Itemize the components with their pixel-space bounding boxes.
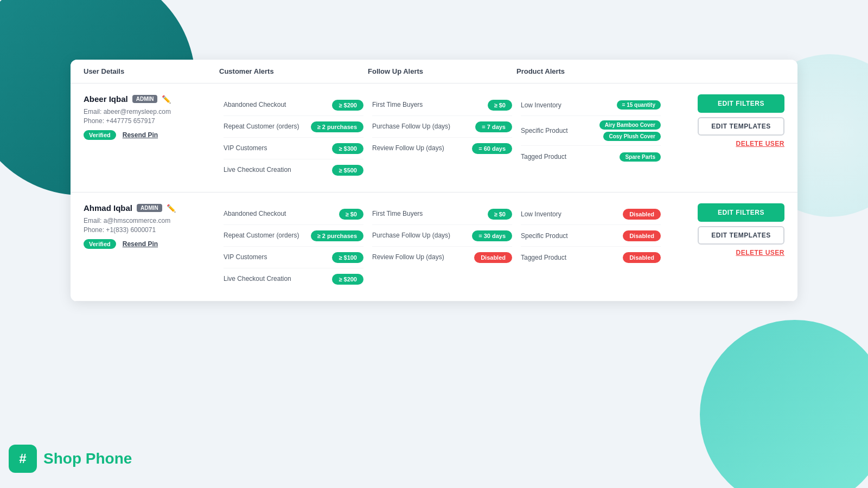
alert-label-abandoned-2: Abandoned Checkout — [224, 210, 339, 219]
product-specific-1: Specific Product Airy Bamboo Cover Cosy … — [521, 116, 661, 146]
alert-label-live-1: Live Checkout Creation — [224, 166, 332, 175]
followup-value-first-2: ≥ $0 — [488, 209, 512, 220]
followup-value-first-1: ≥ $0 — [488, 100, 512, 111]
followup-alerts-2: First Time Buyers ≥ $0 Purchase Follow U… — [368, 203, 516, 268]
edit-user-icon-1[interactable]: ✏️ — [162, 95, 171, 104]
followup-value-purchase-1: = 7 days — [475, 121, 512, 132]
product-alerts-1: Low Inventory = 15 quantity Specific Pro… — [516, 94, 665, 168]
brand-name: Shop Phone — [43, 450, 132, 467]
followup-review-1: Review Follow Up (days) = 60 days — [372, 138, 512, 159]
product-pill-bamboo-1: Airy Bamboo Cover — [599, 120, 661, 130]
alert-abandoned-checkout-2: Abandoned Checkout ≥ $0 — [224, 203, 363, 225]
user-email-2: Email: a@hmscommerce.com — [84, 217, 210, 224]
alert-abandoned-checkout-1: Abandoned Checkout ≥ $200 — [224, 94, 363, 116]
alert-label-vip-2: VIP Customers — [224, 253, 332, 262]
followup-value-review-1: = 60 days — [472, 143, 512, 154]
alert-label-live-2: Live Checkout Creation — [224, 275, 332, 284]
followup-first-time-1: First Time Buyers ≥ $0 — [372, 94, 512, 116]
user-name-2: Ahmad Iqbal — [84, 203, 132, 213]
product-low-inventory-2: Low Inventory Disabled — [521, 203, 661, 225]
followup-label-first-1: First Time Buyers — [372, 101, 488, 110]
product-low-inventory-1: Low Inventory = 15 quantity — [521, 94, 661, 116]
user-actions-1: Verified Resend Pin — [84, 130, 210, 140]
user-name-row-1: Abeer Iqbal ADMIN ✏️ — [84, 94, 210, 104]
followup-alerts-1: First Time Buyers ≥ $0 Purchase Follow U… — [368, 94, 516, 159]
product-label-specific-2: Specific Product — [521, 232, 623, 240]
alert-value-vip-2: ≥ $100 — [332, 252, 363, 263]
main-card: User Details Customer Alerts Follow Up A… — [71, 60, 797, 301]
alert-value-repeat-1: ≥ 2 purchases — [311, 121, 363, 132]
product-value-tagged-2: Disabled — [623, 252, 661, 263]
admin-badge-1: ADMIN — [132, 95, 158, 103]
followup-label-purchase-2: Purchase Follow Up (days) — [372, 232, 472, 240]
alert-value-abandoned-1: ≥ $200 — [332, 100, 363, 111]
verified-badge-2: Verified — [84, 239, 116, 249]
edit-filters-button-1[interactable]: EDIT FILTERS — [698, 94, 784, 113]
followup-value-purchase-2: = 30 days — [472, 230, 512, 241]
customer-alerts-2: Abandoned Checkout ≥ $0 Repeat Customer … — [219, 203, 368, 290]
user-details-1: Abeer Iqbal ADMIN ✏️ Email: abeer@remysl… — [84, 94, 219, 140]
user-actions-2: Verified Resend Pin — [84, 239, 210, 249]
edit-user-icon-2[interactable]: ✏️ — [167, 204, 176, 213]
alert-value-repeat-2: ≥ 2 purchases — [311, 230, 363, 241]
alert-value-abandoned-2: ≥ $0 — [339, 209, 363, 220]
followup-label-first-2: First Time Buyers — [372, 210, 488, 219]
followup-first-time-2: First Time Buyers ≥ $0 — [372, 203, 512, 225]
actions-2: EDIT FILTERS EDIT TEMPLATES DELETE USER — [665, 203, 784, 256]
alert-repeat-customer-1: Repeat Customer (orders) ≥ 2 purchases — [224, 116, 363, 138]
header-actions — [665, 67, 784, 75]
user-phone-1: Phone: +447775 657917 — [84, 117, 210, 125]
product-label-tagged-2: Tagged Product — [521, 254, 623, 261]
product-pill-plush-1: Cosy Plush Cover — [603, 132, 661, 141]
customer-alerts-1: Abandoned Checkout ≥ $200 Repeat Custome… — [219, 94, 368, 181]
admin-badge-2: ADMIN — [137, 204, 162, 212]
delete-user-button-2[interactable]: DELETE USER — [736, 249, 784, 256]
product-label-low-2: Low Inventory — [521, 210, 623, 218]
product-value-low-2: Disabled — [623, 209, 661, 220]
alert-label-repeat-2: Repeat Customer (orders) — [224, 232, 311, 240]
product-value-specific-2: Disabled — [623, 230, 661, 241]
actions-1: EDIT FILTERS EDIT TEMPLATES DELETE USER — [665, 94, 784, 147]
table-header: User Details Customer Alerts Follow Up A… — [71, 60, 797, 84]
brand-icon-symbol: # — [19, 451, 26, 466]
alert-label-vip-1: VIP Customers — [224, 144, 332, 153]
followup-label-review-1: Review Follow Up (days) — [372, 144, 472, 153]
alert-label-repeat-1: Repeat Customer (orders) — [224, 123, 311, 131]
edit-templates-button-1[interactable]: EDIT TEMPLATES — [698, 117, 784, 136]
delete-user-button-1[interactable]: DELETE USER — [736, 140, 784, 147]
resend-pin-1[interactable]: Resend Pin — [123, 131, 158, 139]
alert-live-checkout-1: Live Checkout Creation ≥ $500 — [224, 159, 363, 181]
alert-repeat-customer-2: Repeat Customer (orders) ≥ 2 purchases — [224, 225, 363, 247]
followup-purchase-2: Purchase Follow Up (days) = 30 days — [372, 225, 512, 247]
bg-shape-bottom-right — [700, 320, 868, 488]
edit-filters-button-2[interactable]: EDIT FILTERS — [698, 203, 784, 222]
product-label-tagged-1: Tagged Product — [521, 153, 620, 160]
header-product-alerts: Product Alerts — [516, 67, 665, 75]
followup-review-2: Review Follow Up (days) Disabled — [372, 247, 512, 268]
alert-live-checkout-2: Live Checkout Creation ≥ $200 — [224, 268, 363, 290]
alert-value-live-1: ≥ $500 — [332, 165, 363, 176]
product-tagged-1: Tagged Product Spare Parts — [521, 146, 661, 168]
followup-value-review-2: Disabled — [474, 252, 512, 263]
alert-vip-2: VIP Customers ≥ $100 — [224, 247, 363, 268]
branding: # Shop Phone — [9, 445, 132, 473]
product-pills-specific-1: Airy Bamboo Cover Cosy Plush Cover — [599, 120, 661, 141]
header-user-details: User Details — [84, 67, 219, 75]
product-alerts-2: Low Inventory Disabled Specific Product … — [516, 203, 665, 268]
brand-icon: # — [9, 445, 37, 473]
product-label-specific-1: Specific Product — [521, 127, 599, 134]
resend-pin-2[interactable]: Resend Pin — [123, 240, 158, 248]
product-value-tagged-1: Spare Parts — [620, 152, 661, 162]
alert-value-vip-1: ≥ $300 — [332, 143, 363, 154]
edit-templates-button-2[interactable]: EDIT TEMPLATES — [698, 226, 784, 245]
user-phone-2: Phone: +1(833) 6000071 — [84, 226, 210, 234]
product-specific-2: Specific Product Disabled — [521, 225, 661, 247]
alert-vip-1: VIP Customers ≥ $300 — [224, 138, 363, 159]
user-row-1: Abeer Iqbal ADMIN ✏️ Email: abeer@remysl… — [71, 84, 797, 192]
followup-label-purchase-1: Purchase Follow Up (days) — [372, 123, 475, 131]
followup-purchase-1: Purchase Follow Up (days) = 7 days — [372, 116, 512, 138]
header-follow-up-alerts: Follow Up Alerts — [368, 67, 516, 75]
verified-badge-1: Verified — [84, 130, 116, 140]
user-name-row-2: Ahmad Iqbal ADMIN ✏️ — [84, 203, 210, 213]
user-row-2: Ahmad Iqbal ADMIN ✏️ Email: a@hmscommerc… — [71, 192, 797, 301]
